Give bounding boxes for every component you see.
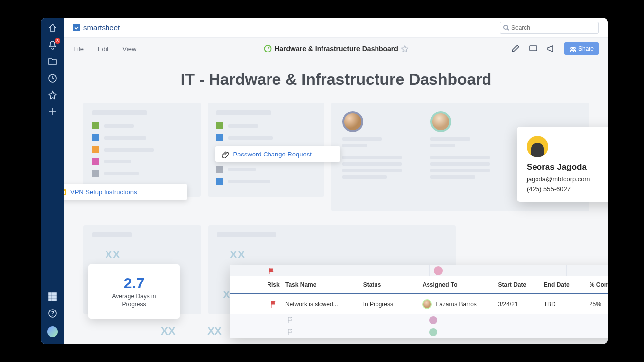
cell-start: 3/24/21 [498,301,543,308]
svg-point-0 [504,25,508,29]
placeholder: XX [207,325,221,338]
stat-value: 2.7 [124,275,145,292]
favorite-star-icon[interactable] [401,45,409,52]
contact-card: Seoras Jagoda jagoda@mbfcorp.com (425) 5… [517,127,608,202]
help-button[interactable] [48,309,57,318]
avatar-icon [434,266,443,275]
svg-point-3 [571,47,573,49]
share-button[interactable]: Share [564,42,599,55]
top-bar: smartsheet [64,18,608,38]
svg-point-4 [573,47,575,49]
svg-rect-14 [54,299,56,301]
announce-tool[interactable] [546,44,555,53]
cell-end: TBD [544,301,590,308]
cell-task: Network is slowed... [285,301,363,308]
add-button[interactable] [48,107,57,117]
notification-badge: 3 [55,38,60,44]
cell-pct: 25% [590,301,608,308]
folder-icon [48,56,57,66]
svg-rect-10 [52,296,54,298]
left-rail: 3 [41,18,64,344]
sheet-columns: Risk Task Name Status Assigned To Start … [230,276,608,294]
col-risk[interactable]: Risk [262,281,285,288]
widget-list-a: VPN Setup Instructions [83,103,201,197]
user-avatar[interactable] [46,325,59,338]
sheet-preview: Risk Task Name Status Assigned To Start … [230,265,608,338]
placeholder: XX [161,325,175,338]
vpn-setup-tag[interactable]: VPN Setup Instructions [64,184,187,200]
home-icon [48,23,57,33]
slides-icon [64,189,66,195]
avatar [342,111,363,132]
col-assigned[interactable]: Assigned To [422,281,498,288]
home-button[interactable] [48,23,57,33]
stat-card: 2.7 Average Days inProgress [88,264,180,319]
notifications-button[interactable]: 3 [48,40,57,50]
svg-rect-9 [49,296,51,298]
contact-name: Seoras Jagoda [527,162,608,172]
svg-rect-12 [49,299,51,301]
dashboard-icon [264,45,271,52]
attachment-icon [221,150,229,158]
avatar-icon [429,328,437,336]
share-label: Share [578,45,594,52]
menu-file[interactable]: File [73,45,84,52]
col-status[interactable]: Status [363,281,423,288]
col-task[interactable]: Task Name [285,281,363,288]
svg-rect-11 [54,296,56,298]
page-heading: IT - Hardware & Infrastructure Dashboard [64,70,608,89]
widget-list-b: Password Change Request [208,103,325,197]
assignee-avatar [422,299,432,309]
favorites-button[interactable] [48,90,57,100]
stat-label: Average Days inProgress [112,293,156,308]
flag-outline-icon [287,317,293,323]
pwd-tag-label: Password Change Request [233,151,312,158]
svg-rect-6 [49,293,51,295]
contact-email: jagoda@mbfcorp.com [527,174,608,184]
flag-outline-icon [287,329,293,335]
person-2 [430,111,490,204]
clock-icon [48,73,57,83]
password-change-tag[interactable]: Password Change Request [215,146,340,162]
table-row[interactable]: Network is slowed... In Progress Lazarus… [230,294,608,314]
col-end[interactable]: End Date [544,281,590,288]
document-title-text: Hardware & Infrastructure Dashboard [274,45,398,52]
svg-rect-2 [530,46,537,51]
risk-flag-icon [270,301,276,308]
placeholder: XX [105,248,120,261]
vpn-tag-label: VPN Setup Instructions [70,188,137,196]
search-box[interactable] [500,22,599,34]
folder-button[interactable] [48,56,57,66]
search-input[interactable] [511,24,595,31]
search-icon [503,25,509,31]
flag-icon [268,268,274,274]
svg-rect-8 [54,293,56,295]
present-icon [529,44,537,53]
menu-bar: File Edit View Hardware & Infrastructure… [64,38,608,59]
cell-status: In Progress [363,301,423,308]
cell-assigned: Lazarus Barros [436,301,476,308]
apps-button[interactable] [48,292,57,302]
menu-view[interactable]: View [122,45,136,52]
share-people-icon [569,46,576,52]
col-start[interactable]: Start Date [498,281,543,288]
contact-avatar [527,136,548,157]
menu-edit[interactable]: Edit [98,45,108,52]
placeholder: XX [230,248,245,261]
avatar [430,111,451,132]
person-1 [342,111,402,204]
document-title: Hardware & Infrastructure Dashboard [264,45,409,52]
edit-tool[interactable] [511,44,520,53]
svg-rect-7 [52,293,54,295]
brand-logo[interactable]: smartsheet [73,23,120,32]
recent-button[interactable] [48,73,57,83]
brand-name: smartsheet [83,23,120,32]
contact-phone: (425) 555-6027 [527,184,608,194]
col-pct[interactable]: % Complete [590,281,608,288]
brand-mark-icon [73,24,80,31]
help-icon [48,309,57,318]
star-icon [48,90,57,100]
apps-grid-icon [48,292,57,302]
present-tool[interactable] [529,44,537,53]
pencil-icon [511,44,520,53]
